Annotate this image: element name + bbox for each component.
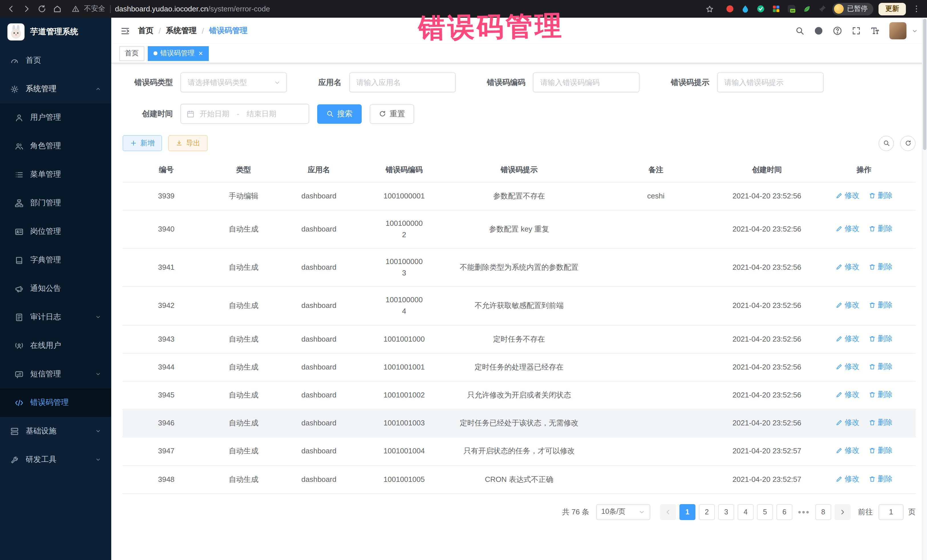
edit-button[interactable]: 修改	[836, 389, 859, 400]
pin-extension-icon[interactable]	[817, 4, 827, 14]
delete-button[interactable]: 删除	[869, 333, 892, 344]
fullscreen-icon[interactable]	[852, 26, 861, 35]
sidebar-item-infra[interactable]: 基础设施	[0, 417, 111, 445]
on-switch-extension-icon[interactable]: on	[786, 4, 796, 14]
sidebar-item-gear[interactable]: 系统管理	[0, 75, 111, 103]
url-bar[interactable]: 不安全 dashboard.yudao.iocoder.cn/system/er…	[67, 4, 719, 14]
toggle-search-button[interactable]	[878, 135, 894, 151]
github-icon[interactable]	[814, 26, 823, 35]
search-button[interactable]: 搜索	[317, 104, 362, 123]
sidebar-item-book[interactable]: 字典管理	[0, 246, 111, 274]
font-size-icon[interactable]	[871, 26, 880, 35]
filter-error-code: 错误码编码	[487, 73, 640, 93]
sidebar-item-label: 用户管理	[30, 112, 61, 123]
delete-button[interactable]: 删除	[869, 361, 892, 372]
browser-scrollbar[interactable]	[922, 18, 927, 560]
browser-menu-icon[interactable]	[911, 4, 921, 14]
edit-button[interactable]: 修改	[836, 361, 859, 372]
avatar[interactable]	[889, 22, 906, 39]
breadcrumb-item[interactable]: 首页	[138, 26, 153, 36]
back-icon[interactable]	[6, 4, 16, 14]
user-icon	[15, 113, 24, 122]
table-row: 3947自动生成dashboard1001001004只有开启状态的任务，才可以…	[123, 437, 916, 465]
chevron-down-icon	[95, 428, 101, 434]
drop-extension-icon[interactable]	[740, 4, 750, 14]
delete-button[interactable]: 删除	[869, 223, 892, 234]
reload-icon[interactable]	[36, 4, 47, 14]
red-extension-icon[interactable]	[725, 4, 735, 14]
table-cell: 自动生成	[210, 353, 277, 381]
sidebar-item-idcard[interactable]: 岗位管理	[0, 217, 111, 246]
paused-badge[interactable]: 已暂停	[832, 3, 873, 15]
edit-button[interactable]: 修改	[836, 300, 859, 311]
delete-button[interactable]: 删除	[869, 417, 892, 428]
edit-button[interactable]: 修改	[836, 223, 859, 234]
sidebar-item-online[interactable]: 在线用户	[0, 331, 111, 360]
page-button-8[interactable]: 8	[815, 504, 831, 520]
page-button-6[interactable]: 6	[777, 504, 792, 520]
sidebar-item-megaphone[interactable]: 通知公告	[0, 274, 111, 303]
edit-button[interactable]: 修改	[836, 445, 859, 457]
page-button-1[interactable]: 1	[679, 504, 695, 520]
edit-button[interactable]: 修改	[836, 473, 859, 484]
next-page-button[interactable]	[834, 504, 851, 520]
edit-button[interactable]: 修改	[836, 261, 859, 273]
help-icon[interactable]	[833, 26, 842, 35]
edit-button[interactable]: 修改	[836, 417, 859, 428]
leaf-extension-icon[interactable]	[801, 4, 812, 14]
prev-page-button[interactable]	[660, 504, 676, 520]
puzzle-extensions-icon[interactable]	[771, 4, 781, 14]
reset-button[interactable]: 重置	[370, 104, 414, 123]
search-icon[interactable]	[795, 26, 804, 35]
page-button-3[interactable]: 3	[718, 504, 734, 520]
table-cell-code: 1001001003	[360, 409, 448, 437]
edit-button[interactable]: 修改	[836, 333, 859, 344]
app-name-input[interactable]	[349, 73, 456, 93]
delete-button[interactable]: 删除	[869, 190, 892, 201]
delete-button[interactable]: 删除	[869, 300, 892, 311]
browser-home-icon[interactable]	[52, 4, 62, 14]
error-code-input[interactable]	[533, 73, 640, 93]
sidebar-item-code[interactable]: 错误码管理	[0, 389, 111, 417]
sidebar-item-dashboard[interactable]: 首页	[0, 46, 111, 75]
goto-page-input[interactable]	[878, 504, 904, 520]
more-pages-icon[interactable]: ●●●	[796, 504, 812, 520]
date-range-input[interactable]: 开始日期 - 结束日期	[180, 104, 309, 124]
sidebar-item-users[interactable]: 角色管理	[0, 132, 111, 160]
delete-button[interactable]: 删除	[869, 389, 892, 400]
avatar-caret-icon[interactable]	[912, 28, 918, 34]
scrollbar-thumb[interactable]	[923, 19, 926, 150]
bookmark-star-icon[interactable]	[705, 4, 715, 14]
sidebar-item-message[interactable]: 短信管理	[0, 360, 111, 389]
page-size-select[interactable]: 10条/页	[596, 504, 650, 520]
page-button-5[interactable]: 5	[757, 504, 773, 520]
sidebar-toggle-icon[interactable]	[120, 26, 130, 36]
edit-button[interactable]: 修改	[836, 190, 859, 201]
tab-首页[interactable]: 首页	[119, 46, 144, 61]
error-type-placeholder: 请选择错误码类型	[188, 77, 247, 88]
page-button-2[interactable]: 2	[699, 504, 715, 520]
tab-错误码管理[interactable]: 错误码管理×	[148, 46, 208, 61]
close-tab-icon[interactable]: ×	[199, 50, 203, 57]
sidebar-item-tools[interactable]: 研发工具	[0, 445, 111, 474]
delete-button[interactable]: 删除	[869, 445, 892, 457]
sidebar-item-audit[interactable]: 审计日志	[0, 303, 111, 331]
add-button[interactable]: 新增	[123, 135, 162, 151]
page-button-4[interactable]: 4	[738, 504, 754, 520]
sidebar-item-tree[interactable]: 部门管理	[0, 189, 111, 217]
delete-button[interactable]: 删除	[869, 261, 892, 273]
trash-icon	[869, 363, 875, 370]
sidebar-item-menu-list[interactable]: 菜单管理	[0, 160, 111, 189]
update-button[interactable]: 更新	[878, 3, 906, 15]
logo[interactable]: 芋道管理系统	[0, 18, 111, 46]
delete-button[interactable]: 删除	[869, 473, 892, 484]
refresh-table-button[interactable]	[900, 135, 916, 151]
export-button[interactable]: 导出	[168, 135, 208, 151]
trash-icon	[869, 264, 875, 270]
error-hint-input[interactable]	[717, 73, 824, 93]
check-extension-icon[interactable]	[755, 4, 766, 14]
forward-icon[interactable]	[21, 4, 31, 14]
error-type-select[interactable]: 请选择错误码类型	[180, 73, 287, 93]
sidebar-item-user[interactable]: 用户管理	[0, 103, 111, 132]
breadcrumb-item[interactable]: 系统管理	[166, 26, 197, 36]
